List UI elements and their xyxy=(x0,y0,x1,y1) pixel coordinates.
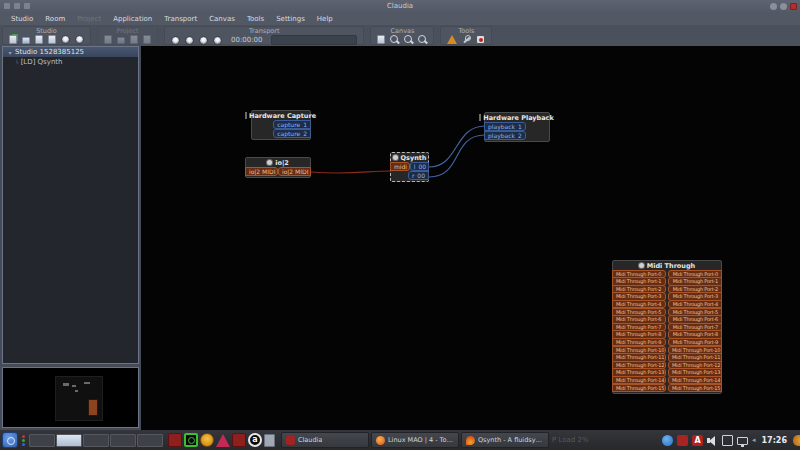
port-qsynth-out-r-00[interactable]: r_00 xyxy=(408,171,429,180)
node-title[interactable]: Qsynth xyxy=(391,153,428,162)
canvas-refresh-icon[interactable] xyxy=(390,35,399,44)
node-hardware-capture[interactable]: Hardware Capturecapture_1capture_2 xyxy=(251,110,311,140)
connection-midi-io2-to-qsynth[interactable] xyxy=(311,171,390,173)
port-midi-through-out-midi-through-port-15[interactable]: Midi Through Port-15 xyxy=(668,384,722,392)
claudia-window: Claudia StudioRoomProjectApplicationTran… xyxy=(0,0,800,450)
node-title[interactable]: Hardware Playback xyxy=(485,113,549,122)
menu-settings[interactable]: Settings xyxy=(271,14,310,24)
menu-transport[interactable]: Transport xyxy=(159,14,202,24)
minimize-icon[interactable] xyxy=(770,3,777,10)
menu-project: Project xyxy=(72,14,106,24)
studio-new-icon[interactable] xyxy=(9,35,17,44)
tray-expand-icon[interactable]: ◂ xyxy=(752,435,756,446)
claudia-launcher-icon[interactable] xyxy=(232,433,246,447)
clock[interactable]: 17:26 xyxy=(762,436,787,445)
tree-item-label: [LD] Qsynth xyxy=(21,58,63,66)
toolbar-group-canvas: Canvas xyxy=(370,26,434,45)
minimap-node-mark xyxy=(75,390,78,392)
jack-control-icon[interactable] xyxy=(200,433,214,447)
display-icon[interactable] xyxy=(722,435,733,446)
transport-stop-icon[interactable] xyxy=(213,36,222,45)
menu-room[interactable]: Room xyxy=(40,14,70,24)
tools-render-icon[interactable] xyxy=(462,35,471,44)
file-manager-icon[interactable] xyxy=(264,434,275,447)
node-title[interactable]: io|2 xyxy=(246,158,310,167)
node-client-icon xyxy=(267,160,272,165)
tools-record-icon[interactable] xyxy=(476,35,485,44)
studio-edit-icon[interactable] xyxy=(48,35,56,44)
transport-backward-icon[interactable] xyxy=(171,36,180,45)
tray-pdf-icon[interactable]: A xyxy=(692,435,703,446)
tools-logs-icon[interactable] xyxy=(447,35,457,44)
port-hardware-capture-out-capture-2[interactable]: capture_2 xyxy=(273,129,311,138)
menu-application[interactable]: Application xyxy=(108,14,157,24)
desktop-5[interactable] xyxy=(137,434,163,447)
task-qsynth[interactable]: Qsynth - A fluidsynth Qt GUI xyxy=(461,432,549,448)
transport-time: 00:00:00 xyxy=(231,36,262,44)
port-qsynth-out-l-00[interactable]: l_00 xyxy=(410,162,429,171)
monitor-icon[interactable] xyxy=(737,437,748,445)
port-hardware-playback-in-playback-1[interactable]: playback_1 xyxy=(484,122,526,131)
node-title[interactable]: Midi Through xyxy=(613,261,721,270)
tree-item-studio-1528385125[interactable]: ▾Studio 1528385125 xyxy=(3,47,138,57)
desktop-pager[interactable] xyxy=(29,434,163,447)
node-title-label: Qsynth xyxy=(401,154,427,162)
menu-canvas[interactable]: Canvas xyxy=(204,14,240,24)
tray-blue-icon[interactable] xyxy=(662,435,673,446)
desktop-1[interactable] xyxy=(29,434,55,447)
toolbar-group-transport: Transport00:00:00 xyxy=(164,26,364,45)
connection-audio-r00-to-playback2[interactable] xyxy=(429,135,485,177)
patchbay-canvas[interactable]: Hardware Capturecapture_1capture_2 Hardw… xyxy=(141,46,800,430)
desktop-2[interactable] xyxy=(56,434,82,447)
minimap-node-mark xyxy=(72,385,76,387)
desktop-4[interactable] xyxy=(110,434,136,447)
port-hardware-capture-out-capture-1[interactable]: capture_1 xyxy=(273,120,311,129)
transport-play-icon[interactable] xyxy=(185,36,194,45)
tray-red-icon[interactable] xyxy=(677,435,688,446)
transport-bpm-field[interactable] xyxy=(271,35,357,45)
tree-item-ld-qsynth[interactable]: └[LD] Qsynth xyxy=(3,57,138,67)
maximize-icon[interactable] xyxy=(780,3,787,10)
node-io2[interactable]: io|2io|2 MIDI 1io|2 MIDI 1 xyxy=(245,157,311,178)
port-midi-through-in-midi-through-port-15[interactable]: Midi Through Port-15 xyxy=(612,384,666,392)
desktop-3[interactable] xyxy=(83,434,109,447)
system-tray: A ◂ 17:26 xyxy=(662,435,798,446)
canvas-zoom-in-icon[interactable] xyxy=(404,35,413,44)
port-qsynth-in-midi[interactable]: midi xyxy=(390,162,410,171)
task-linux[interactable]: Linux MAO | 4 - Toutes les s xyxy=(371,432,459,448)
canvas-minimap[interactable] xyxy=(2,367,139,428)
connection-audio-l00-to-playback1[interactable] xyxy=(429,126,485,167)
toolbar: StudioProjectTransport00:00:00CanvasTool… xyxy=(0,25,800,46)
canvas-zoom-out-icon[interactable] xyxy=(418,35,427,44)
a2jmidid-icon[interactable]: a xyxy=(248,433,262,447)
transport-forward-icon[interactable] xyxy=(199,36,208,45)
ardour-icon[interactable] xyxy=(216,434,230,447)
node-midi-through[interactable]: Midi ThroughMidi Through Port-0Midi Thro… xyxy=(612,260,722,394)
tree-expander-icon[interactable]: ▾ xyxy=(5,49,15,56)
jack-logs-icon[interactable] xyxy=(168,433,182,447)
port-io-2-out-io-2-midi-1[interactable]: io|2 MIDI 1 xyxy=(278,167,311,176)
studio-start-icon[interactable] xyxy=(61,35,70,44)
tree-branch-icon: └ xyxy=(15,59,19,66)
port-hardware-playback-in-playback-2[interactable]: playback_2 xyxy=(484,131,526,140)
studio-save-icon[interactable] xyxy=(35,35,43,44)
studio-stop-icon[interactable] xyxy=(75,35,84,44)
start-menu-icon[interactable] xyxy=(2,432,18,448)
window-menu-icon[interactable] xyxy=(4,3,10,9)
node-title[interactable]: Hardware Capture xyxy=(252,111,310,120)
window-shade-icon[interactable] xyxy=(14,3,20,9)
green-dot-icon xyxy=(22,439,25,442)
node-hardware-playback[interactable]: Hardware Playbackplayback_1playback_2 xyxy=(484,112,550,142)
volume-icon[interactable] xyxy=(707,435,718,446)
menu-studio[interactable]: Studio xyxy=(6,14,38,24)
menu-help[interactable]: Help xyxy=(312,14,338,24)
node-qsynth[interactable]: Qsynthmidil_00r_00 xyxy=(390,152,429,182)
cadence-icon[interactable] xyxy=(184,433,198,447)
close-icon[interactable] xyxy=(790,3,797,10)
canvas-arrange-icon[interactable] xyxy=(377,35,385,44)
studio-tree[interactable]: ▾Studio 1528385125└[LD] Qsynth xyxy=(2,46,139,364)
studio-open-icon[interactable] xyxy=(22,37,30,44)
task-claudia[interactable]: Claudia xyxy=(281,432,369,448)
port-io-2-in-io-2-midi-1[interactable]: io|2 MIDI 1 xyxy=(245,167,278,176)
menu-tools[interactable]: Tools xyxy=(242,14,269,24)
